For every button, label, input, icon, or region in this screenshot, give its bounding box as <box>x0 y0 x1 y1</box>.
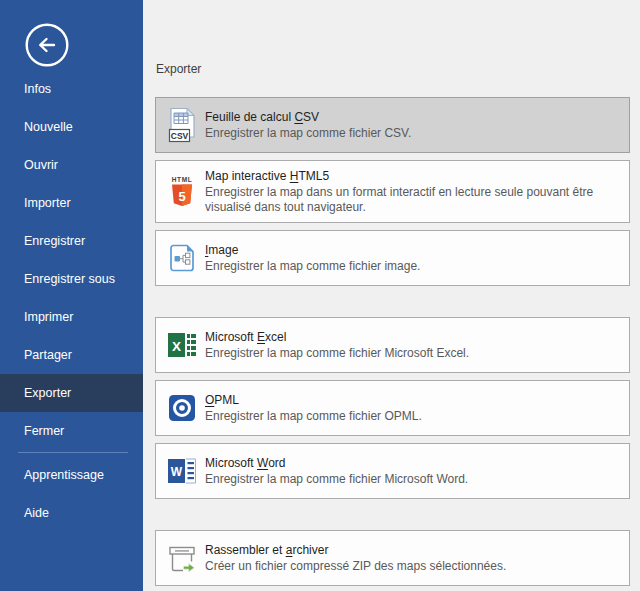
svg-text:CSV: CSV <box>171 131 189 141</box>
card-description: Enregistrer la map comme fichier CSV. <box>205 126 411 141</box>
export-card-html5[interactable]: HTML 5 Map interactive HTML5 Enregistrer… <box>155 160 630 223</box>
svg-text:X: X <box>172 339 181 354</box>
card-title: Microsoft Word <box>205 455 468 471</box>
svg-text:5: 5 <box>178 189 185 204</box>
word-icon: W <box>164 457 200 485</box>
archive-icon <box>164 543 200 573</box>
sidebar-item-partager[interactable]: Partager <box>0 336 143 374</box>
sidebar-item-ouvrir[interactable]: Ouvrir <box>0 146 143 184</box>
sidebar-nav: Infos Nouvelle Ouvrir Importer Enregistr… <box>0 70 143 532</box>
export-card-list: CSV Feuille de calcul CSV Enregistrer la… <box>155 97 630 591</box>
card-title: Rassembler et archiver <box>205 542 506 558</box>
export-card-image[interactable]: Image Enregistrer la map comme fichier i… <box>155 230 630 286</box>
page-title: Exporter <box>156 62 630 76</box>
back-arrow-circle-icon <box>24 22 70 68</box>
export-card-word[interactable]: W Microsoft Word Enregistrer la map comm… <box>155 443 630 499</box>
csv-icon: CSV <box>164 107 200 144</box>
html5-icon: HTML 5 <box>164 174 200 209</box>
export-panel: Exporter CSV Feuille de calcul CSV Enreg… <box>143 0 640 591</box>
export-card-excel[interactable]: X Microsoft Excel Enregistrer la map com… <box>155 317 630 373</box>
export-card-opml[interactable]: OPML Enregistrer la map comme fichier OP… <box>155 380 630 436</box>
opml-icon <box>164 394 200 422</box>
svg-text:HTML: HTML <box>172 176 192 183</box>
export-card-archive[interactable]: Rassembler et archiver Créer un fichier … <box>155 530 630 586</box>
sidebar-item-imprimer[interactable]: Imprimer <box>0 298 143 336</box>
excel-icon: X <box>164 331 200 359</box>
sidebar-divider <box>18 452 128 453</box>
svg-text:W: W <box>171 465 183 479</box>
sidebar-item-importer[interactable]: Importer <box>0 184 143 222</box>
card-description: Enregistrer la map comme fichier Microso… <box>205 472 468 487</box>
card-description: Enregistrer la map comme fichier OPML. <box>205 409 422 424</box>
card-title: Map interactive HTML5 <box>205 168 619 184</box>
card-title: Feuille de calcul CSV <box>205 109 411 125</box>
sidebar-item-fermer[interactable]: Fermer <box>0 412 143 450</box>
sidebar-item-infos[interactable]: Infos <box>0 70 143 108</box>
sidebar-item-exporter[interactable]: Exporter <box>0 374 143 412</box>
card-title: Microsoft Excel <box>205 329 469 345</box>
export-card-csv[interactable]: CSV Feuille de calcul CSV Enregistrer la… <box>155 97 630 153</box>
image-icon <box>164 243 200 273</box>
sidebar-item-apprentissage[interactable]: Apprentissage <box>0 456 143 494</box>
sidebar-item-enregistrer[interactable]: Enregistrer <box>0 222 143 260</box>
card-description: Enregistrer la map comme fichier Microso… <box>205 346 469 361</box>
card-title: OPML <box>205 392 422 408</box>
card-title: Image <box>205 242 420 258</box>
sidebar-item-enregistrer-sous[interactable]: Enregistrer sous <box>0 260 143 298</box>
back-button[interactable] <box>24 22 70 68</box>
sidebar-item-nouvelle[interactable]: Nouvelle <box>0 108 143 146</box>
card-description: Enregistrer la map dans un format intera… <box>205 185 619 215</box>
sidebar-item-aide[interactable]: Aide <box>0 494 143 532</box>
backstage-sidebar: Infos Nouvelle Ouvrir Importer Enregistr… <box>0 0 143 591</box>
card-description: Enregistrer la map comme fichier image. <box>205 259 420 274</box>
card-description: Créer un fichier compressé ZIP des maps … <box>205 559 506 574</box>
